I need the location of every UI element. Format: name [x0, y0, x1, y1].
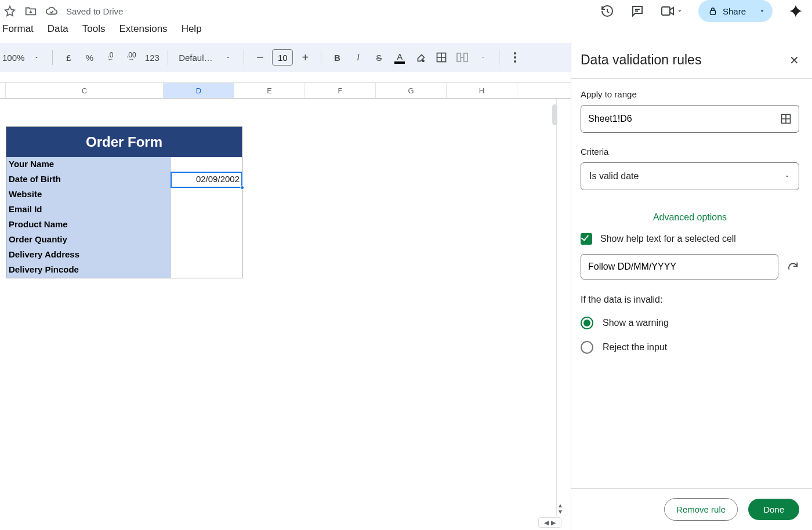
- radio-warning-label: Show a warning: [603, 318, 669, 328]
- number-format-button[interactable]: 123: [143, 49, 161, 66]
- tab-scroll-buttons[interactable]: ◀ ▶: [538, 517, 561, 528]
- svg-point-7: [514, 60, 516, 63]
- order-form-table: Order Form Your NameDate of Birth02/09/2…: [6, 126, 242, 278]
- chevron-down-icon: [784, 173, 791, 180]
- invalid-data-label: If the data is invalid:: [581, 295, 799, 305]
- form-row-label[interactable]: Date of Birth: [6, 172, 171, 187]
- borders-button[interactable]: [433, 49, 450, 66]
- radio-reject-input[interactable]: [581, 341, 593, 354]
- text-color-button[interactable]: A: [391, 49, 408, 66]
- vertical-scroll-thumb[interactable]: [552, 104, 557, 125]
- history-icon[interactable]: [600, 3, 615, 19]
- svg-rect-1: [710, 10, 715, 14]
- svg-point-6: [514, 56, 516, 59]
- form-row-value[interactable]: [171, 157, 242, 172]
- decrease-decimal-button[interactable]: .0←: [102, 49, 119, 66]
- percent-format-button[interactable]: %: [81, 49, 98, 66]
- form-row-label[interactable]: Website: [6, 187, 171, 202]
- show-help-label: Show help text for a selected cell: [600, 234, 736, 244]
- form-row-value[interactable]: [171, 263, 242, 278]
- form-row-value[interactable]: [171, 217, 242, 233]
- col-header[interactable]: H: [447, 83, 517, 98]
- col-header[interactable]: G: [376, 83, 447, 98]
- svg-rect-0: [662, 7, 670, 15]
- criteria-select[interactable]: Is valid date: [581, 162, 799, 190]
- chevron-down-icon[interactable]: [474, 49, 492, 66]
- range-input-row: [581, 105, 799, 133]
- help-text-input[interactable]: [588, 262, 771, 272]
- italic-button[interactable]: I: [349, 49, 367, 66]
- reset-helptext-icon[interactable]: [786, 260, 799, 273]
- gemini-icon[interactable]: [788, 3, 804, 19]
- font-family-selector[interactable]: Defaul…: [175, 49, 216, 66]
- bold-button[interactable]: B: [328, 49, 346, 66]
- svg-rect-3: [457, 53, 461, 61]
- col-header[interactable]: F: [305, 83, 376, 98]
- form-row-value[interactable]: [171, 202, 242, 217]
- form-row-value[interactable]: 02/09/2002: [171, 172, 242, 187]
- fontsize-increase-button[interactable]: +: [296, 49, 314, 66]
- chevron-down-icon[interactable]: [219, 49, 237, 66]
- criteria-value: Is valid date: [589, 171, 639, 181]
- menu-help[interactable]: Help: [182, 23, 202, 35]
- scroll-arrows[interactable]: ▲▼: [556, 502, 565, 515]
- form-row-value[interactable]: [171, 187, 242, 202]
- menubar: Format Data Tools Extensions Help: [0, 21, 812, 43]
- share-label: Share: [723, 6, 746, 16]
- apply-range-label: Apply to range: [581, 89, 799, 99]
- move-to-folder-icon[interactable]: [24, 5, 37, 17]
- svg-rect-4: [464, 53, 467, 61]
- strikethrough-button[interactable]: S: [370, 49, 387, 66]
- menu-format[interactable]: Format: [2, 23, 34, 35]
- form-row-label[interactable]: Product Name: [6, 217, 171, 233]
- form-title: Order Form: [6, 127, 242, 157]
- chevron-down-icon: [676, 8, 683, 14]
- close-icon[interactable]: ✕: [789, 53, 799, 67]
- show-help-checkbox[interactable]: [581, 233, 592, 245]
- more-toolbar-icon[interactable]: [506, 49, 524, 66]
- currency-format-button[interactable]: £: [60, 49, 77, 66]
- fontsize-decrease-button[interactable]: −: [251, 49, 269, 66]
- range-input[interactable]: [588, 114, 780, 124]
- form-row-label[interactable]: Order Quantiy: [6, 233, 171, 248]
- svg-point-5: [514, 52, 516, 55]
- col-header[interactable]: E: [234, 83, 305, 98]
- col-header[interactable]: C: [6, 83, 164, 98]
- menu-extensions[interactable]: Extensions: [119, 23, 167, 35]
- selection-handle[interactable]: [240, 186, 244, 190]
- data-validation-panel: Data validation rules ✕ Apply to range C…: [571, 41, 812, 530]
- form-row-value[interactable]: [171, 248, 242, 263]
- form-row-label[interactable]: Delivery Address: [6, 248, 171, 263]
- star-icon[interactable]: [3, 5, 16, 17]
- chevron-down-icon[interactable]: [28, 49, 45, 66]
- increase-decimal-button[interactable]: .00→: [122, 49, 140, 66]
- fontsize-input[interactable]: 10: [272, 49, 293, 66]
- share-button[interactable]: Share: [698, 0, 773, 22]
- form-row-value[interactable]: [171, 233, 242, 248]
- lock-icon: [708, 6, 718, 16]
- panel-title: Data validation rules: [581, 52, 701, 68]
- cloud-saved-icon[interactable]: [45, 5, 58, 17]
- select-range-icon[interactable]: [780, 113, 792, 125]
- form-row-label[interactable]: Delivery Pincode: [6, 263, 171, 278]
- menu-tools[interactable]: Tools: [82, 23, 106, 35]
- chevron-down-icon: [753, 8, 766, 14]
- comments-icon[interactable]: [630, 3, 645, 19]
- remove-rule-button[interactable]: Remove rule: [664, 498, 738, 521]
- merge-cells-button[interactable]: [454, 49, 471, 66]
- zoom-selector[interactable]: 100%: [0, 49, 24, 66]
- radio-reject-label: Reject the input: [603, 342, 667, 353]
- fill-color-button[interactable]: [412, 49, 429, 66]
- advanced-options-link[interactable]: Advanced options: [581, 208, 799, 233]
- form-row-label[interactable]: Your Name: [6, 157, 171, 172]
- done-button[interactable]: Done: [748, 499, 799, 520]
- saved-status-text: Saved to Drive: [66, 6, 123, 16]
- form-row-label[interactable]: Email Id: [6, 202, 171, 217]
- radio-show-warning[interactable]: [581, 317, 593, 329]
- meet-button[interactable]: [660, 5, 683, 17]
- col-header[interactable]: D: [164, 83, 234, 98]
- sheet-grid[interactable]: Order Form Your NameDate of Birth02/09/2…: [0, 99, 557, 516]
- criteria-label: Criteria: [581, 147, 799, 157]
- menu-data[interactable]: Data: [48, 23, 68, 35]
